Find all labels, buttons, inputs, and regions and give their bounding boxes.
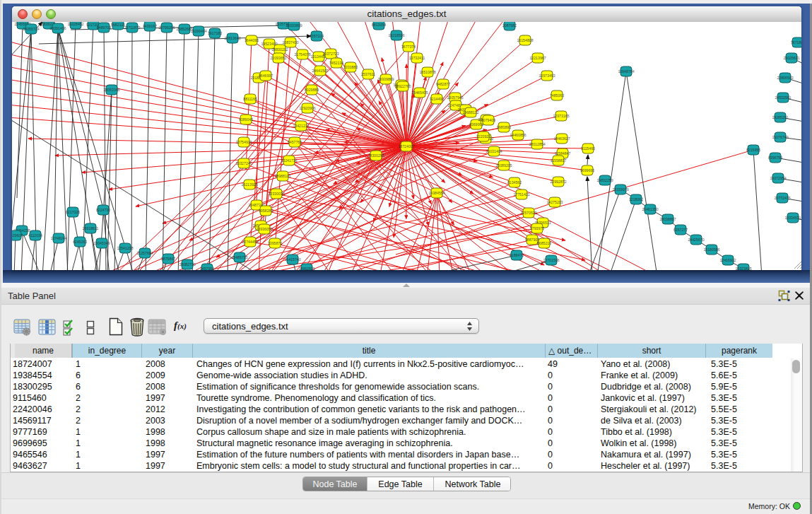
svg-text:18992829: 18992829 bbox=[298, 267, 314, 270]
svg-text:12920906: 12920906 bbox=[299, 106, 315, 110]
svg-text:8079409: 8079409 bbox=[481, 118, 495, 122]
svg-text:10228452: 10228452 bbox=[67, 22, 83, 26]
svg-text:24641507: 24641507 bbox=[312, 69, 328, 73]
svg-text:28159979: 28159979 bbox=[612, 187, 628, 192]
svg-text:12973165: 12973165 bbox=[553, 114, 569, 118]
svg-text:13701506: 13701506 bbox=[543, 258, 559, 262]
svg-text:3917183: 3917183 bbox=[208, 31, 222, 35]
svg-text:13421212: 13421212 bbox=[293, 124, 309, 128]
svg-text:10648784: 10648784 bbox=[618, 69, 634, 74]
svg-text:22330030: 22330030 bbox=[268, 192, 284, 196]
svg-text:20372723: 20372723 bbox=[322, 52, 339, 56]
svg-text:22806503: 22806503 bbox=[777, 76, 793, 80]
svg-text:25711873: 25711873 bbox=[124, 25, 141, 30]
svg-text:2087682: 2087682 bbox=[502, 23, 517, 28]
svg-text:8215955: 8215955 bbox=[746, 148, 760, 152]
svg-text:26461350: 26461350 bbox=[642, 207, 658, 211]
svg-text:19384554: 19384554 bbox=[428, 191, 445, 195]
svg-text:21257684: 21257684 bbox=[136, 251, 153, 255]
svg-text:4429607: 4429607 bbox=[12, 233, 23, 238]
svg-text:21754078: 21754078 bbox=[294, 52, 310, 57]
svg-text:19688132: 19688132 bbox=[462, 110, 478, 115]
svg-text:18463627: 18463627 bbox=[553, 136, 570, 141]
svg-text:25025631: 25025631 bbox=[783, 56, 799, 60]
svg-text:6482877: 6482877 bbox=[436, 82, 450, 86]
svg-text:2537611: 2537611 bbox=[361, 72, 375, 76]
svg-text:8811165: 8811165 bbox=[243, 97, 257, 101]
svg-text:4112034: 4112034 bbox=[28, 233, 42, 238]
svg-text:10334531: 10334531 bbox=[784, 216, 801, 220]
svg-text:2457954: 2457954 bbox=[200, 267, 214, 270]
svg-text:10837430: 10837430 bbox=[282, 40, 298, 45]
svg-text:10323815: 10323815 bbox=[735, 267, 751, 270]
svg-text:9983893: 9983893 bbox=[497, 125, 511, 129]
svg-text:5682115: 5682115 bbox=[111, 23, 125, 27]
svg-text:26618611: 26618611 bbox=[83, 226, 99, 230]
svg-text:7452134: 7452134 bbox=[329, 61, 343, 65]
svg-text:19832259: 19832259 bbox=[596, 178, 613, 182]
svg-text:7357224: 7357224 bbox=[310, 34, 324, 38]
svg-text:25089205: 25089205 bbox=[495, 163, 512, 168]
svg-text:8029889: 8029889 bbox=[305, 88, 319, 92]
svg-text:11584847: 11584847 bbox=[555, 151, 571, 156]
svg-text:22744459: 22744459 bbox=[242, 240, 258, 244]
svg-text:13732411: 13732411 bbox=[409, 56, 425, 60]
svg-text:8396759: 8396759 bbox=[768, 156, 782, 160]
svg-text:19218506: 19218506 bbox=[388, 33, 404, 37]
svg-text:24425670: 24425670 bbox=[688, 238, 704, 242]
svg-text:8813054: 8813054 bbox=[372, 23, 386, 27]
svg-text:16510878: 16510878 bbox=[419, 70, 435, 74]
svg-text:25485735: 25485735 bbox=[231, 255, 247, 259]
svg-text:12541238: 12541238 bbox=[117, 246, 133, 250]
svg-text:12416912: 12416912 bbox=[719, 258, 736, 262]
svg-text:10973493: 10973493 bbox=[539, 74, 555, 78]
svg-text:23936053: 23936053 bbox=[256, 227, 272, 231]
svg-text:17751421: 17751421 bbox=[513, 192, 529, 197]
svg-text:3677374: 3677374 bbox=[401, 45, 416, 49]
svg-text:8224730: 8224730 bbox=[96, 208, 110, 212]
svg-text:5793975: 5793975 bbox=[530, 226, 544, 230]
svg-text:28988101: 28988101 bbox=[274, 174, 290, 178]
svg-text:28053346: 28053346 bbox=[103, 88, 119, 92]
svg-text:28012854: 28012854 bbox=[529, 142, 545, 146]
svg-text:7671884: 7671884 bbox=[791, 40, 801, 45]
svg-text:22992872: 22992872 bbox=[550, 180, 566, 184]
svg-text:1218062: 1218062 bbox=[629, 197, 643, 201]
svg-text:4439167: 4439167 bbox=[143, 24, 157, 28]
svg-text:3644095: 3644095 bbox=[245, 38, 259, 42]
svg-text:22570529: 22570529 bbox=[520, 211, 536, 215]
svg-text:28082730: 28082730 bbox=[179, 262, 195, 267]
svg-text:9115460: 9115460 bbox=[581, 146, 595, 151]
svg-text:18724007: 18724007 bbox=[398, 144, 414, 148]
svg-text:11558837: 11558837 bbox=[551, 158, 567, 163]
svg-text:6457765: 6457765 bbox=[288, 140, 302, 144]
svg-text:7485063: 7485063 bbox=[550, 93, 564, 98]
svg-text:9699695: 9699695 bbox=[580, 168, 594, 173]
svg-text:13754919: 13754919 bbox=[235, 140, 252, 144]
svg-text:25465435: 25465435 bbox=[411, 90, 428, 95]
svg-text:14055724: 14055724 bbox=[23, 27, 39, 31]
svg-text:4245263: 4245263 bbox=[73, 240, 87, 244]
svg-text:20031404: 20031404 bbox=[486, 149, 502, 153]
svg-text:13241736: 13241736 bbox=[281, 158, 297, 163]
svg-text:19299464: 19299464 bbox=[190, 29, 206, 33]
svg-text:13748244: 13748244 bbox=[50, 236, 66, 240]
svg-text:22093651: 22093651 bbox=[270, 56, 286, 60]
svg-text:10057945: 10057945 bbox=[447, 95, 463, 100]
svg-text:3333883: 3333883 bbox=[343, 65, 358, 69]
svg-text:20091406: 20091406 bbox=[49, 26, 66, 30]
svg-text:20813640: 20813640 bbox=[224, 36, 240, 40]
svg-text:6217026: 6217026 bbox=[66, 210, 80, 214]
svg-text:6357277: 6357277 bbox=[673, 228, 688, 232]
svg-text:13045349: 13045349 bbox=[93, 241, 110, 245]
svg-text:28038807: 28038807 bbox=[659, 217, 676, 221]
svg-text:15076749: 15076749 bbox=[772, 135, 788, 139]
svg-text:9214491: 9214491 bbox=[430, 97, 444, 101]
svg-text:19285201: 19285201 bbox=[772, 115, 788, 119]
svg-text:28830202: 28830202 bbox=[271, 47, 288, 52]
svg-text:14460856: 14460856 bbox=[510, 133, 526, 137]
svg-text:14275203: 14275203 bbox=[546, 200, 563, 204]
svg-text:8489709: 8489709 bbox=[97, 25, 111, 30]
svg-text:8134562: 8134562 bbox=[507, 180, 522, 185]
svg-text:10327246: 10327246 bbox=[235, 161, 252, 165]
